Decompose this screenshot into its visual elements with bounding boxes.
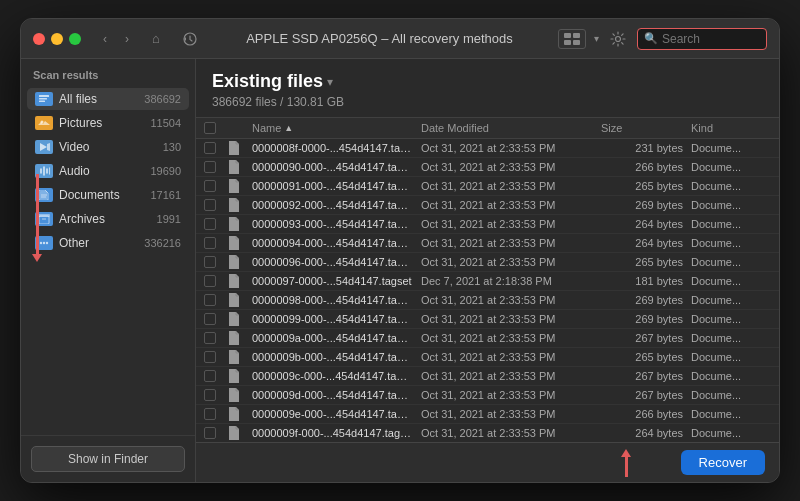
table-row[interactable]: 0000097-0000-...54d4147.tagset Dec 7, 20… [196,272,779,291]
table-row[interactable]: 00000094-000-...454d4147.tagset Oct 31, … [196,234,779,253]
documents-icon [35,188,53,202]
sidebar-item-pictures[interactable]: Pictures 11504 [27,112,189,134]
row-checkbox-9[interactable] [204,313,228,325]
row-file-icon-4 [228,217,252,231]
sidebar-header: Scan results [21,59,195,87]
row-checkbox-1[interactable] [204,161,228,173]
sidebar-item-audio[interactable]: Audio 19690 [27,160,189,182]
select-all-checkbox[interactable] [204,122,216,134]
show-in-finder-button[interactable]: Show in Finder [31,446,185,472]
recover-button[interactable]: Recover [681,450,765,475]
sidebar-item-documents[interactable]: Documents 17161 [27,184,189,206]
row-checkbox-7[interactable] [204,275,228,287]
table-row[interactable]: 0000009b-000-...454d4147.tagset Oct 31, … [196,348,779,367]
row-checkbox-5[interactable] [204,237,228,249]
main-window: ‹ › ⌂ APPLE SSD AP0256Q – All recovery m… [20,18,780,483]
row-file-icon-2 [228,179,252,193]
audio-icon [35,164,53,178]
row-checkbox-2[interactable] [204,180,228,192]
row-checkbox-15[interactable] [204,427,228,439]
bottom-bar: Recover [196,442,779,482]
row-name-0: 0000008f-0000-...454d4147.tagset [252,142,421,154]
page-title: Existing files [212,71,323,92]
name-col-header[interactable]: Name ▲ [252,122,421,134]
row-checkbox-12[interactable] [204,370,228,382]
row-size-8: 269 bytes [601,294,691,306]
svg-point-23 [46,242,48,244]
table-row[interactable]: 0000009f-000-...454d4147.tagset Oct 31, … [196,424,779,442]
arrow-head-up [621,449,631,457]
row-date-12: Oct 31, 2021 at 2:33:53 PM [421,370,601,382]
row-file-icon-15 [228,426,252,440]
table-row[interactable]: 0000008f-0000-...454d4147.tagset Oct 31,… [196,139,779,158]
row-name-3: 00000092-000-...454d4147.tagset [252,199,421,211]
table-row[interactable]: 0000009c-000-...454d4147.tagset Oct 31, … [196,367,779,386]
svg-rect-2 [573,33,580,38]
row-checkbox-0[interactable] [204,142,228,154]
size-col-header[interactable]: Size [601,122,691,134]
row-file-icon-5 [228,236,252,250]
history-button[interactable] [179,28,201,50]
row-size-7: 181 bytes [601,275,691,287]
table-row[interactable]: 00000091-000-...454d4147.tagset Oct 31, … [196,177,779,196]
other-count: 336216 [144,237,181,249]
video-icon [35,140,53,154]
row-file-icon-1 [228,160,252,174]
table-row[interactable]: 00000098-000-...454d4147.tagset Oct 31, … [196,291,779,310]
row-file-icon-14 [228,407,252,421]
row-size-11: 265 bytes [601,351,691,363]
sidebar-item-other[interactable]: Other 336216 [27,232,189,254]
settings-button[interactable] [607,28,629,50]
view-toggle[interactable] [558,29,586,49]
row-name-10: 0000009a-000-...454d4147.tagset [252,332,421,344]
row-size-4: 264 bytes [601,218,691,230]
forward-button[interactable]: › [117,29,137,49]
table-row[interactable]: 00000090-000-...454d4147.tagset Oct 31, … [196,158,779,177]
row-checkbox-11[interactable] [204,351,228,363]
back-button[interactable]: ‹ [95,29,115,49]
minimize-button[interactable] [51,33,63,45]
checkbox-header [204,122,228,134]
row-checkbox-3[interactable] [204,199,228,211]
sidebar-item-all-files[interactable]: All files 386692 [27,88,189,110]
row-checkbox-13[interactable] [204,389,228,401]
table-row[interactable]: 00000093-000-...454d4147.tagset Oct 31, … [196,215,779,234]
name-sort-arrow: ▲ [284,123,293,133]
search-box[interactable]: 🔍 [637,28,767,50]
row-checkbox-4[interactable] [204,218,228,230]
sidebar-item-video[interactable]: Video 130 [27,136,189,158]
sidebar-item-archives[interactable]: Archives 1991 [27,208,189,230]
row-checkbox-6[interactable] [204,256,228,268]
arrow-head [32,254,42,262]
home-button[interactable]: ⌂ [145,28,167,50]
main-header: Existing files ▾ 386692 files / 130.81 G… [196,59,779,117]
row-file-icon-9 [228,312,252,326]
row-name-5: 00000094-000-...454d4147.tagset [252,237,421,249]
title-dropdown-arrow[interactable]: ▾ [327,75,333,89]
maximize-button[interactable] [69,33,81,45]
row-size-1: 266 bytes [601,161,691,173]
date-col-header[interactable]: Date Modified [421,122,601,134]
table-row[interactable]: 00000096-000-...454d4147.tagset Oct 31, … [196,253,779,272]
svg-rect-18 [39,216,49,224]
row-checkbox-8[interactable] [204,294,228,306]
row-name-1: 00000090-000-...454d4147.tagset [252,161,421,173]
svg-rect-19 [38,214,50,217]
kind-col-header[interactable]: Kind [691,122,771,134]
table-row[interactable]: 00000092-000-...454d4147.tagset Oct 31, … [196,196,779,215]
row-checkbox-10[interactable] [204,332,228,344]
table-row[interactable]: 0000009e-000-...454d4147.tagset Oct 31, … [196,405,779,424]
nav-buttons: ‹ › [95,29,137,49]
table-row[interactable]: 0000009d-000-...454d4147.tagset Oct 31, … [196,386,779,405]
table-row[interactable]: 00000099-000-...454d4147.tagset Oct 31, … [196,310,779,329]
row-checkbox-14[interactable] [204,408,228,420]
row-date-0: Oct 31, 2021 at 2:33:53 PM [421,142,601,154]
archives-icon [35,212,53,226]
icon-col-header [228,122,252,134]
svg-rect-3 [564,40,571,45]
table-row[interactable]: 0000009a-000-...454d4147.tagset Oct 31, … [196,329,779,348]
search-input[interactable] [662,32,760,46]
archives-label: Archives [59,212,151,226]
close-button[interactable] [33,33,45,45]
pictures-icon [35,116,53,130]
